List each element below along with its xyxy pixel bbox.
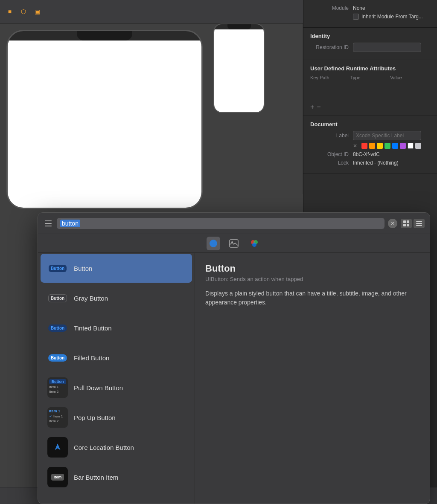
list-item-pulldown-button[interactable]: Button Item 1 Item 2 Pull Down Button [41, 373, 192, 402]
swatch-lightgray[interactable] [415, 143, 421, 149]
module-label: Module [310, 5, 349, 11]
swatch-white[interactable] [408, 143, 414, 149]
bar-button-icon: Item [47, 467, 68, 487]
popup-item-selected: Item 1 [49, 409, 60, 413]
swatch-orange[interactable] [369, 143, 375, 149]
phone-notch-small [227, 24, 251, 29]
popup-header: button ✕ [38, 213, 430, 234]
list-item-bar-button[interactable]: Item Bar Button Item [41, 463, 192, 492]
udra-add-minus: + − [310, 104, 430, 110]
tinted-button-label: Tinted Button [74, 324, 112, 332]
identity-heading: Identity [310, 33, 430, 39]
list-item-button[interactable]: Button Button [41, 254, 192, 283]
svg-point-14 [252, 243, 256, 247]
lock-row: Lock Inherited - (Nothing) [310, 160, 430, 166]
tinted-button-badge: Button [48, 324, 67, 332]
detail-description: Displays a plain styled button that can … [205, 289, 420, 307]
popup-body: Button Button Button Gray Button Button … [38, 253, 430, 504]
swatch-yellow[interactable] [377, 143, 383, 149]
list-item-core-location[interactable]: Core Location Button [41, 433, 192, 462]
filled-button-label: Filled Button [74, 354, 109, 362]
add-attribute-btn[interactable]: + [310, 104, 314, 110]
pulldown-item-1: Item 1 [49, 385, 66, 389]
popup-item-row-2: Item 2 [49, 419, 58, 423]
popup-menu-icon[interactable] [43, 218, 53, 229]
color-tag-x[interactable]: ✕ [353, 143, 357, 149]
toolbar-icon-1[interactable]: ■ [5, 7, 15, 16]
popup-close-btn[interactable]: ✕ [388, 219, 397, 228]
swatch-purple[interactable] [400, 143, 406, 149]
tab-images[interactable] [227, 237, 241, 250]
button-plain-badge: Button [49, 265, 67, 272]
pulldown-button-label: Pull Down Button [74, 384, 123, 391]
udra-table-header: Key Path Type Value [310, 75, 430, 82]
object-id-value: 8bC-Xf-vdC [353, 151, 380, 157]
col-value: Value [390, 75, 430, 80]
popup-button-icon: Item 1 ✓ Item 1 Item 2 [47, 407, 68, 428]
gray-button-icon: Button [47, 288, 68, 308]
pulldown-icon-graphic: Button Item 1 Item 2 [47, 377, 68, 398]
remove-attribute-btn[interactable]: − [317, 104, 320, 110]
svg-rect-7 [416, 221, 422, 222]
svg-rect-3 [403, 220, 406, 223]
module-row: Module None [310, 5, 430, 11]
tab-components[interactable] [207, 237, 220, 250]
document-heading: Document [310, 121, 430, 127]
phone-mockup-large [6, 30, 203, 209]
library-popup: button ✕ [38, 212, 430, 504]
swatch-blue[interactable] [392, 143, 398, 149]
filled-button-badge: Button [48, 354, 67, 362]
identity-section: Identity Restoration ID [303, 28, 437, 60]
list-panel: Button Button Button Gray Button Button … [38, 253, 195, 504]
phone-screen-small [214, 29, 264, 112]
doc-label-input[interactable] [353, 131, 421, 140]
search-box[interactable]: button [57, 218, 385, 229]
location-icon-graphic [47, 437, 68, 458]
phone-screen-large [8, 41, 201, 208]
doc-label-label: Label [310, 133, 349, 139]
tinted-button-icon: Button [47, 318, 68, 338]
list-item-tinted-button[interactable]: Button Tinted Button [41, 313, 192, 342]
pulldown-button-icon: Button Item 1 Item 2 [47, 377, 68, 398]
restoration-id-row: Restoration ID [310, 43, 430, 52]
object-id-label: Object ID [310, 151, 349, 157]
toolbar-icon-3[interactable]: ▣ [32, 7, 42, 16]
detail-subtitle: UIButton: Sends an action when tapped [205, 276, 420, 282]
inherit-checkbox[interactable] [353, 14, 359, 20]
col-key-path: Key Path [310, 75, 350, 80]
inherit-row: Inherit Module From Targ... [310, 14, 430, 20]
grid-view-btn[interactable] [401, 219, 412, 228]
popup-tabs [38, 234, 430, 253]
phone-mockup-small [213, 23, 265, 113]
core-location-label: Core Location Button [74, 444, 134, 451]
object-id-row: Object ID 8bC-Xf-vdC [310, 151, 430, 157]
svg-rect-0 [45, 220, 52, 221]
inherit-label: Inherit Module From Targ... [361, 14, 423, 20]
restoration-id-input[interactable] [353, 43, 421, 52]
button-icon: Button [47, 258, 68, 278]
label-row: Label [310, 131, 430, 140]
list-item-popup-button[interactable]: Item 1 ✓ Item 1 Item 2 Pop Up Button [41, 403, 192, 432]
tab-colors[interactable] [248, 237, 261, 250]
module-section: Module None Inherit Module From Targ... [303, 0, 437, 28]
popup-button-label: Pop Up Button [74, 414, 116, 421]
swatch-red[interactable] [361, 143, 367, 149]
lock-label: Lock [310, 160, 349, 166]
phone-notch-large [77, 31, 132, 41]
detail-panel: Button UIButton: Sends an action when ta… [195, 253, 430, 504]
filled-button-icon: Button [47, 348, 68, 368]
list-item-filled-button[interactable]: Button Filled Button [41, 343, 192, 372]
toolbar-icon-2[interactable]: ⬡ [19, 7, 28, 16]
pulldown-item-2: Item 2 [49, 390, 66, 394]
detail-view-btn[interactable] [414, 219, 425, 228]
module-value: None [353, 5, 365, 11]
svg-rect-2 [45, 226, 52, 226]
swatch-green[interactable] [385, 143, 390, 149]
close-icon: ✕ [390, 220, 395, 226]
udra-table-body [310, 84, 430, 101]
location-arrow [53, 443, 62, 452]
svg-rect-9 [416, 225, 422, 226]
list-item-gray-button[interactable]: Button Gray Button [41, 284, 192, 313]
button-label: Button [74, 265, 92, 272]
lock-value: Inherited - (Nothing) [353, 160, 399, 166]
